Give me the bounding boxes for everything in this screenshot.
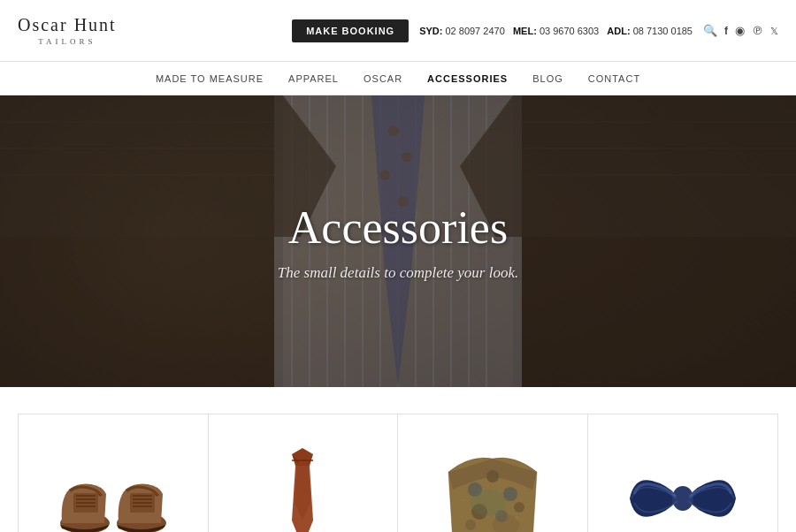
syd-label: SYD:: [419, 26, 442, 36]
contact-info: SYD: 02 8097 2470 MEL: 03 9670 6303 ADL:…: [419, 26, 693, 36]
products-grid: SHOES TIES: [18, 414, 778, 532]
product-card-ties[interactable]: TIES: [209, 414, 399, 532]
hero-content: Accessories The small details to complet…: [0, 95, 796, 387]
svg-point-46: [465, 520, 476, 530]
nav-accessories[interactable]: ACCESSORIES: [427, 73, 508, 84]
shoes-illustration: [51, 445, 175, 532]
hero-subtitle: The small details to complete your look.: [278, 264, 518, 282]
product-card-shoes[interactable]: SHOES: [19, 414, 209, 532]
adl-number: 08 7130 0185: [633, 26, 693, 36]
svg-point-42: [503, 487, 517, 501]
nav-made-to-measure[interactable]: MADE TO MEASURE: [156, 73, 264, 84]
svg-point-52: [672, 486, 693, 511]
search-icon[interactable]: [703, 24, 717, 38]
nav-contact[interactable]: CONTACT: [588, 73, 640, 84]
ties-image: [241, 441, 364, 532]
header-top-row: MAKE BOOKING SYD: 02 8097 2470 MEL: 03 9…: [292, 19, 778, 42]
syd-number: 02 8097 2470: [445, 26, 509, 36]
instagram-icon[interactable]: [735, 24, 745, 38]
product-card-bow-ties[interactable]: BOW TIES: [588, 414, 778, 532]
svg-point-47: [471, 490, 506, 516]
products-section: SHOES TIES: [0, 387, 796, 532]
mel-number: 03 9670 6303: [540, 26, 604, 36]
ties-illustration: [267, 441, 338, 532]
pocket-squares-image: [431, 441, 555, 532]
bow-ties-illustration: [621, 454, 745, 532]
site-header: Oscar Hunt TAILORS MAKE BOOKING SYD: 02 …: [0, 0, 796, 62]
hero-section: Accessories The small details to complet…: [0, 95, 796, 387]
header-right: MAKE BOOKING SYD: 02 8097 2470 MEL: 03 9…: [292, 19, 778, 42]
shoes-image: [51, 441, 175, 532]
pocket-squares-illustration: [435, 445, 550, 532]
facebook-icon[interactable]: [724, 24, 728, 38]
bow-ties-image: [621, 441, 745, 532]
logo[interactable]: Oscar Hunt TAILORS: [18, 15, 117, 46]
main-nav: MADE TO MEASURE APPAREL OSCAR ACCESSORIE…: [0, 62, 796, 95]
make-booking-button[interactable]: MAKE BOOKING: [292, 19, 409, 42]
twitter-icon[interactable]: [770, 24, 778, 38]
nav-oscar[interactable]: OSCAR: [364, 73, 402, 84]
social-icons: [703, 24, 778, 38]
pinterest-icon[interactable]: [752, 24, 763, 38]
hero-title: Accessories: [288, 201, 508, 254]
product-card-pocket-squares[interactable]: POCKET SQUARES: [398, 414, 588, 532]
nav-blog[interactable]: BLOG: [532, 73, 563, 84]
brand-name: Oscar Hunt: [18, 15, 117, 35]
mel-label: MEL:: [513, 26, 537, 36]
nav-apparel[interactable]: APPAREL: [288, 73, 339, 84]
svg-point-45: [514, 502, 524, 513]
brand-subtitle: TAILORS: [38, 37, 96, 46]
adl-label: ADL:: [607, 26, 630, 36]
